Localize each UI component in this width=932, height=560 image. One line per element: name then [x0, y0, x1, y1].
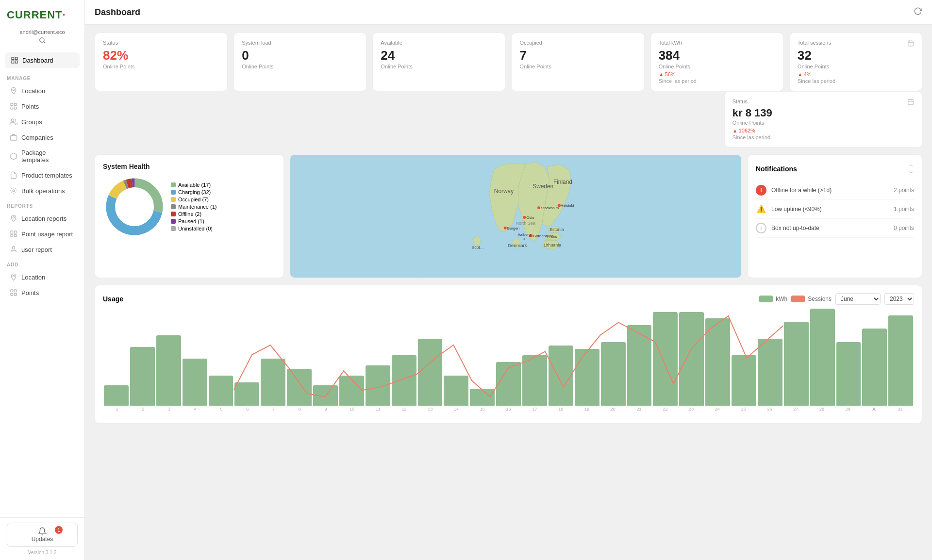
- notif-offline-text: Offline for a while (>1d): [771, 187, 889, 194]
- stat-card-available: Available 24 Online Points: [372, 33, 505, 91]
- nav-groups[interactable]: Groups: [3, 115, 82, 129]
- x-label-16: 16: [496, 407, 522, 412]
- legend-charging: Charging (32): [171, 189, 217, 195]
- health-legend: Available (17) Charging (32) Occupied (7…: [171, 182, 217, 231]
- add-points-icon: [10, 289, 17, 296]
- nav-points[interactable]: Points: [3, 99, 82, 114]
- legend-available: Available (17): [171, 182, 217, 188]
- nav-bulk-operations[interactable]: Bulk operations: [3, 183, 82, 198]
- nav-location-label: Location: [21, 87, 45, 95]
- nav-package-templates[interactable]: Package templates: [3, 146, 82, 167]
- x-label-3: 3: [156, 407, 183, 412]
- stat-value-revenue: kr 8 139: [732, 107, 914, 119]
- x-label-26: 26: [757, 407, 783, 412]
- nav-point-usage-report[interactable]: Point usage report: [3, 227, 82, 241]
- nav-reports-label: REPORTS: [0, 198, 84, 211]
- bar-day-27: [784, 322, 809, 405]
- middle-row: System Health: [95, 154, 922, 278]
- notif-error-icon: !: [756, 185, 766, 196]
- bar-day-8: [287, 369, 312, 406]
- search-icon[interactable]: [39, 37, 46, 45]
- svg-rect-4: [12, 61, 14, 63]
- north-sea-label: North Sea: [516, 221, 535, 226]
- notif-scroll-controls[interactable]: [908, 163, 914, 175]
- sessions-legend: Sessions: [791, 296, 832, 302]
- x-label-30: 30: [861, 407, 887, 412]
- legend-uninstalled: Uninstalled (0): [171, 226, 217, 231]
- refresh-button[interactable]: [914, 7, 922, 17]
- notifications-panel: Notifications ! Offline for a while (>1d…: [748, 154, 922, 278]
- main-content: Dashboard Status 82% Online Points Syste…: [85, 0, 932, 560]
- package-icon: [10, 152, 17, 160]
- nav-dashboard-label: Dashboard: [22, 57, 53, 64]
- svg-point-18: [13, 216, 14, 218]
- calendar-icon-sessions[interactable]: [907, 40, 914, 47]
- bar-group-11: [366, 365, 390, 406]
- nav-companies-label: Companies: [21, 134, 53, 141]
- month-select[interactable]: JanuaryFebruaryMarchAprilMayJuneJulyAugu…: [835, 293, 881, 305]
- legend-occupied: Occupied (7): [171, 197, 217, 202]
- bar-day-11: [366, 365, 390, 406]
- donut-chart: [103, 175, 166, 238]
- bar-day-24: [705, 318, 730, 405]
- x-label-20: 20: [600, 407, 626, 412]
- svg-point-6: [13, 89, 14, 90]
- helsinki-label: Helsinki: [561, 203, 574, 208]
- year-select[interactable]: 202120222023: [884, 293, 914, 305]
- norway-label: Norway: [494, 188, 514, 195]
- nav-add-label: ADD: [0, 257, 84, 269]
- system-health-title: System Health: [103, 163, 276, 170]
- svg-rect-3: [15, 57, 17, 60]
- version-label: Version 3.1.2: [7, 550, 78, 555]
- x-label-14: 14: [443, 407, 469, 412]
- stat-change-revenue: ▲1062%: [732, 128, 914, 133]
- nav-location[interactable]: Location: [3, 83, 82, 98]
- bar-day-13: [418, 339, 443, 406]
- nav-add-location-label: Location: [21, 274, 45, 281]
- legend-dot-paused: [171, 219, 176, 224]
- bar-day-19: [575, 349, 599, 406]
- svg-rect-27: [11, 293, 13, 296]
- stat-label-system-load: System load: [242, 40, 358, 46]
- updates-button[interactable]: 1 Updates: [7, 523, 78, 547]
- usage-chart: 1234567891011121314151617181920212223242…: [103, 309, 914, 415]
- x-label-21: 21: [626, 407, 652, 412]
- chevron-up-icon: [908, 163, 914, 168]
- stat-value-system-load: 0: [242, 49, 358, 63]
- nav-location-reports[interactable]: Location reports: [3, 211, 82, 226]
- nav-user-report[interactable]: user report: [3, 242, 82, 257]
- nav-product-templates[interactable]: Product templates: [3, 168, 82, 182]
- usage-header: Usage kWh Sessions JanuaryFebruaryMarchA…: [103, 293, 914, 305]
- x-label-19: 19: [574, 407, 600, 412]
- nav-add-points[interactable]: Points: [3, 285, 82, 300]
- notif-warning-icon: ⚠️: [756, 204, 766, 214]
- legend-paused: Paused (1): [171, 218, 217, 224]
- nav-companies[interactable]: Companies: [3, 130, 82, 145]
- sidebar-bottom: 1 Updates Version 3.1.2: [0, 517, 84, 560]
- bar-group-6: [234, 382, 259, 406]
- stat-sublabel-status: Online Points: [103, 64, 219, 69]
- bar-group-14: [444, 376, 468, 406]
- bar-day-18: [549, 346, 573, 406]
- kwh-legend-color: [759, 296, 773, 302]
- svg-rect-26: [14, 290, 17, 292]
- bar-day-17: [522, 355, 547, 405]
- x-label-29: 29: [835, 407, 861, 412]
- bar-day-30: [862, 329, 887, 406]
- calendar-icon-revenue[interactable]: [907, 99, 914, 105]
- notif-uptime-count: 1 points: [894, 206, 914, 213]
- svg-rect-9: [11, 107, 13, 109]
- nav-dashboard[interactable]: Dashboard: [5, 52, 80, 68]
- legend-offline: Offline (2): [171, 211, 217, 217]
- nav-add-location[interactable]: Location: [3, 270, 82, 284]
- bar-chart: [103, 309, 914, 406]
- stat-since-sessions: Since las period: [798, 78, 914, 84]
- nav-groups-label: Groups: [21, 118, 42, 126]
- add-loc-icon: [10, 273, 17, 281]
- user-area: andrii@current.eco: [0, 26, 84, 49]
- x-label-8: 8: [286, 407, 313, 412]
- notif-uptime-text: Low uptime (<90%): [771, 206, 889, 213]
- usage-panel: Usage kWh Sessions JanuaryFebruaryMarchA…: [95, 285, 922, 424]
- oslo-dot: [523, 216, 526, 219]
- stat-value-occupied: 7: [519, 49, 636, 63]
